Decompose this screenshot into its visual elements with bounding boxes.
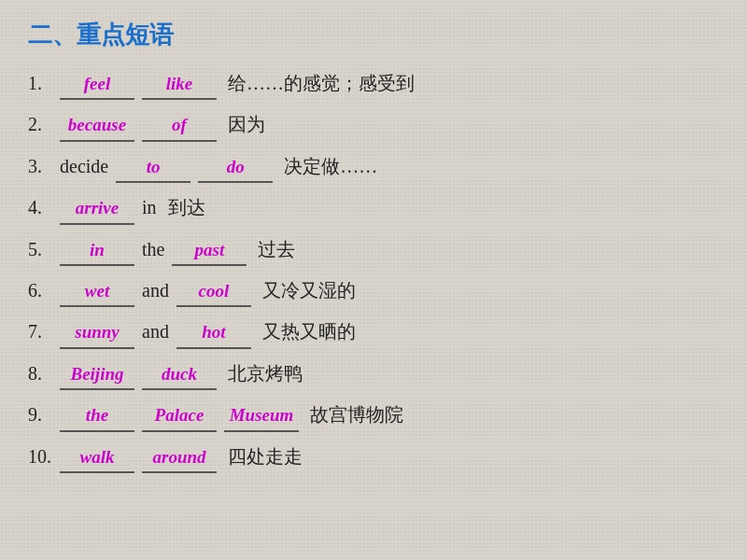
chinese-translation: 北京烤鸭 — [228, 358, 303, 388]
chinese-translation: 因为 — [228, 109, 265, 139]
fill-word: to — [143, 153, 164, 181]
static-word: decide — [60, 151, 108, 181]
chinese-translation: 四处走走 — [228, 441, 303, 471]
chinese-translation: 到达 — [168, 192, 205, 222]
list-item: 1.feellike给……的感觉；感受到 — [28, 68, 719, 100]
fill-blank: around — [142, 441, 217, 473]
list-item: 9.thePalaceMuseum故宫博物院 — [28, 399, 719, 431]
list-item: 8.Beijingduck北京烤鸭 — [28, 358, 719, 390]
item-number: 2. — [28, 109, 56, 139]
fill-blank: to — [116, 151, 190, 183]
chinese-translation: 故宫博物院 — [310, 399, 403, 429]
fill-blank: the — [60, 399, 134, 431]
item-number: 6. — [28, 275, 56, 305]
fill-blank: sunny — [60, 316, 134, 348]
static-word: in — [142, 192, 157, 222]
fill-blank: in — [60, 234, 134, 266]
list-item: 6.wetandcool又冷又湿的 — [28, 275, 719, 307]
fill-word: arrive — [72, 194, 122, 222]
fill-word: hot — [198, 318, 229, 346]
chinese-translation: 又热又晒的 — [262, 316, 356, 346]
item-number: 4. — [28, 192, 56, 222]
chinese-translation: 决定做…… — [284, 151, 377, 181]
fill-blank: Museum — [224, 399, 299, 431]
fill-blank: feel — [60, 68, 134, 100]
fill-word: walk — [77, 443, 119, 471]
static-word: and — [142, 316, 169, 346]
item-number: 5. — [28, 234, 56, 264]
fill-word: in — [86, 236, 108, 264]
fill-blank: because — [60, 109, 134, 141]
fill-blank: cool — [176, 275, 251, 307]
static-word: the — [142, 234, 164, 264]
fill-word: Museum — [226, 401, 298, 429]
fill-blank: past — [172, 234, 247, 266]
item-number: 9. — [28, 399, 56, 429]
item-number: 8. — [28, 358, 56, 388]
fill-word: Beijing — [66, 360, 127, 388]
fill-blank: arrive — [60, 192, 134, 224]
fill-word: because — [64, 111, 130, 139]
fill-word: past — [191, 236, 229, 264]
section-title: 二、重点短语 — [28, 19, 719, 51]
fill-word: the — [82, 401, 112, 429]
fill-word: duck — [158, 360, 201, 388]
fill-word: Palace — [151, 401, 208, 429]
fill-blank: walk — [60, 441, 134, 473]
item-number: 7. — [28, 316, 56, 346]
fill-blank: do — [198, 151, 273, 183]
static-word: and — [142, 275, 169, 305]
fill-word: cool — [195, 277, 233, 305]
fill-blank: hot — [176, 316, 251, 348]
fill-blank: of — [142, 109, 217, 141]
chinese-translation: 又冷又湿的 — [262, 275, 356, 305]
fill-word: feel — [80, 70, 114, 98]
fill-word: around — [148, 443, 209, 471]
fill-word: like — [162, 70, 197, 98]
list-item: 4.arrivein到达 — [28, 192, 719, 224]
list-item: 5.inthepast过去 — [28, 234, 719, 266]
list-item: 2.becauseof因为 — [28, 109, 719, 141]
phrase-list: 1.feellike给……的感觉；感受到2.becauseof因为3.decid… — [28, 68, 719, 473]
fill-word: wet — [81, 277, 113, 305]
fill-word: sunny — [71, 318, 123, 346]
fill-blank: Palace — [142, 399, 217, 431]
list-item: 7.sunnyandhot又热又晒的 — [28, 316, 719, 348]
fill-blank: Beijing — [60, 358, 134, 390]
item-number: 1. — [28, 68, 56, 98]
item-number: 10. — [28, 441, 56, 471]
main-container: 二、重点短语 1.feellike给……的感觉；感受到2.becauseof因为… — [0, 0, 747, 501]
fill-blank: like — [142, 68, 217, 100]
chinese-translation: 过去 — [258, 234, 295, 264]
list-item: 3.decidetodo决定做…… — [28, 151, 719, 183]
item-number: 3. — [28, 151, 56, 181]
chinese-translation: 给……的感觉；感受到 — [228, 68, 415, 98]
list-item: 10.walkaround四处走走 — [28, 441, 719, 473]
fill-word: of — [168, 111, 190, 139]
fill-blank: wet — [60, 275, 134, 307]
fill-blank: duck — [142, 358, 217, 390]
fill-word: do — [223, 153, 248, 181]
